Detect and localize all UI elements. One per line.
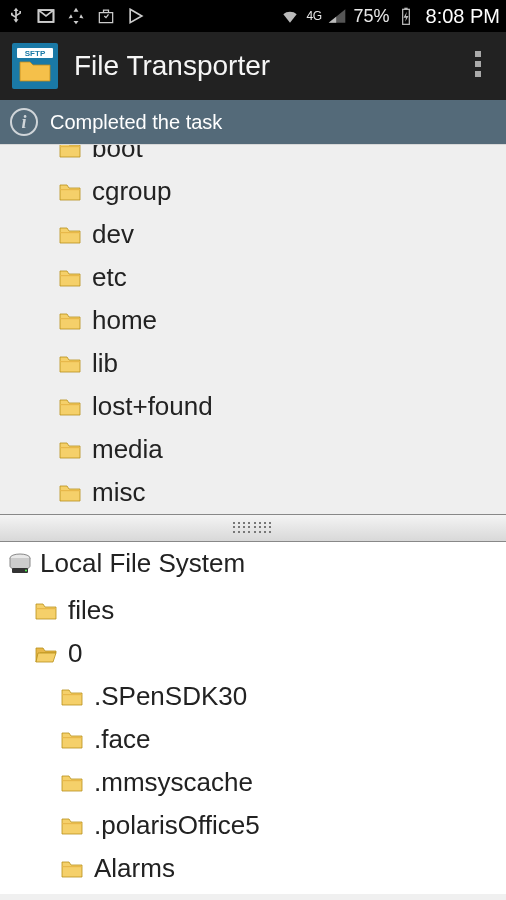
svg-rect-13 xyxy=(60,404,80,405)
svg-rect-20 xyxy=(36,608,56,609)
folder-label: .polarisOffice5 xyxy=(94,810,260,841)
svg-rect-25 xyxy=(62,866,82,867)
signal-icon xyxy=(327,6,347,26)
folder-icon xyxy=(58,395,82,419)
folder-icon xyxy=(60,685,84,709)
folder-row[interactable]: .SPenSDK30 xyxy=(0,675,506,718)
panel-resize-handle[interactable] xyxy=(0,514,506,542)
folder-row[interactable]: media xyxy=(0,428,506,471)
folder-row[interactable]: 0 xyxy=(0,632,506,675)
folder-label: .SPenSDK30 xyxy=(94,681,247,712)
overflow-menu-button[interactable] xyxy=(462,41,494,91)
folder-label: etc xyxy=(92,262,127,293)
svg-rect-21 xyxy=(62,694,82,695)
local-file-panel[interactable]: Local File System files0.SPenSDK30.face.… xyxy=(0,542,506,894)
drive-icon xyxy=(8,553,32,575)
svg-rect-9 xyxy=(60,232,80,233)
battery-percent: 75% xyxy=(353,6,389,27)
svg-text:SFTP: SFTP xyxy=(25,49,46,58)
wifi-icon xyxy=(280,6,300,26)
folder-label: media xyxy=(92,434,163,465)
folder-label: Alarms xyxy=(94,853,175,884)
folder-label: files xyxy=(68,595,114,626)
folder-icon xyxy=(58,481,82,505)
folder-icon xyxy=(60,728,84,752)
network-indicator: 4G xyxy=(306,9,321,23)
svg-rect-12 xyxy=(60,361,80,362)
svg-rect-14 xyxy=(60,447,80,448)
folder-icon xyxy=(58,309,82,333)
svg-rect-11 xyxy=(60,318,80,319)
notification-banner: i Completed the task xyxy=(0,100,506,144)
folder-icon xyxy=(58,180,82,204)
remote-file-panel[interactable]: bootcgroupdevetchomeliblost+foundmediami… xyxy=(0,144,506,514)
local-root-row[interactable]: Local File System xyxy=(0,542,506,585)
folder-row[interactable]: cgroup xyxy=(0,170,506,213)
folder-label: dev xyxy=(92,219,134,250)
folder-icon xyxy=(58,144,82,161)
folder-row[interactable]: Alarms xyxy=(0,847,506,890)
app-icon: SFTP xyxy=(12,43,58,89)
svg-rect-15 xyxy=(60,490,80,491)
folder-row[interactable]: dev xyxy=(0,213,506,256)
svg-rect-4 xyxy=(475,51,481,57)
folder-row[interactable]: lib xyxy=(0,342,506,385)
folder-icon xyxy=(34,599,58,623)
svg-rect-6 xyxy=(475,71,481,77)
svg-rect-24 xyxy=(62,823,82,824)
folder-label: misc xyxy=(92,477,145,508)
folder-row[interactable]: etc xyxy=(0,256,506,299)
folder-row[interactable]: home xyxy=(0,299,506,342)
folder-open-icon xyxy=(34,642,58,666)
usb-icon xyxy=(6,6,26,26)
clock: 8:08 PM xyxy=(426,5,500,28)
folder-row[interactable]: .mmsyscache xyxy=(0,761,506,804)
folder-label: boot xyxy=(92,144,143,164)
info-icon: i xyxy=(10,108,38,136)
folder-row[interactable]: files xyxy=(0,589,506,632)
grip-icon xyxy=(233,522,273,534)
folder-label: .mmsyscache xyxy=(94,767,253,798)
recycle-icon xyxy=(66,6,86,26)
folder-row[interactable]: boot xyxy=(0,144,506,170)
folder-icon xyxy=(58,352,82,376)
local-root-label: Local File System xyxy=(40,548,245,579)
svg-rect-8 xyxy=(60,189,80,190)
folder-label: .face xyxy=(94,724,150,755)
folder-icon xyxy=(58,223,82,247)
folder-icon xyxy=(58,438,82,462)
folder-label: home xyxy=(92,305,157,336)
android-status-bar: 4G 75% 8:08 PM xyxy=(0,0,506,32)
folder-row[interactable]: misc xyxy=(0,471,506,514)
folder-row[interactable]: lost+found xyxy=(0,385,506,428)
svg-rect-10 xyxy=(60,275,80,276)
folder-label: cgroup xyxy=(92,176,172,207)
folder-row[interactable]: .polarisOffice5 xyxy=(0,804,506,847)
play-store-icon xyxy=(126,6,146,26)
folder-icon xyxy=(60,857,84,881)
folder-label: lost+found xyxy=(92,391,213,422)
battery-charging-icon xyxy=(396,6,416,26)
briefcase-icon xyxy=(96,6,116,26)
app-bar: SFTP File Transporter xyxy=(0,32,506,100)
notification-text: Completed the task xyxy=(50,111,222,134)
folder-icon xyxy=(58,266,82,290)
folder-row[interactable]: .face xyxy=(0,718,506,761)
folder-icon xyxy=(60,771,84,795)
svg-rect-1 xyxy=(404,8,407,10)
svg-rect-23 xyxy=(62,780,82,781)
gmail-icon xyxy=(36,6,56,26)
folder-label: 0 xyxy=(68,638,82,669)
folder-icon xyxy=(60,814,84,838)
svg-rect-5 xyxy=(475,61,481,67)
svg-rect-22 xyxy=(62,737,82,738)
folder-label: lib xyxy=(92,348,118,379)
app-title: File Transporter xyxy=(74,50,270,82)
svg-point-19 xyxy=(25,569,27,571)
svg-rect-7 xyxy=(60,146,80,147)
